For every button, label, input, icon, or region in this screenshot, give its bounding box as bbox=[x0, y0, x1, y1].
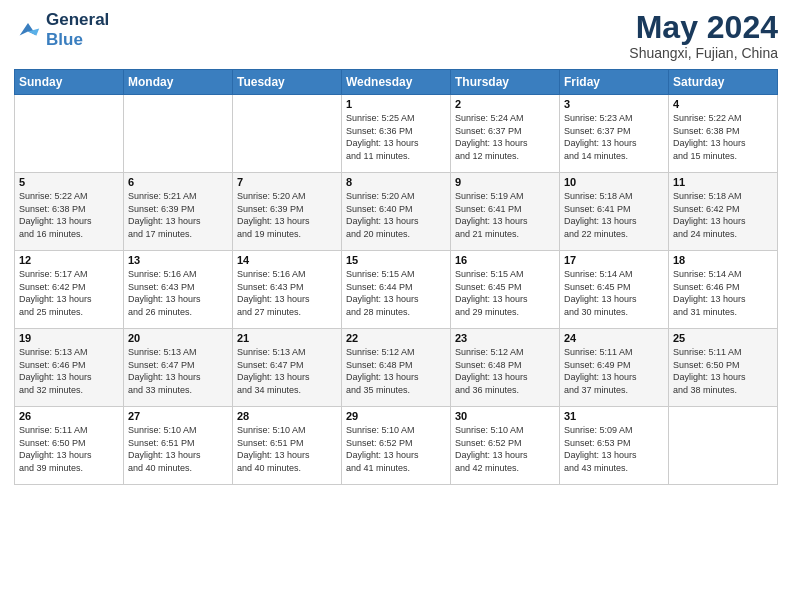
calendar-week-2: 5Sunrise: 5:22 AM Sunset: 6:38 PM Daylig… bbox=[15, 173, 778, 251]
calendar-week-5: 26Sunrise: 5:11 AM Sunset: 6:50 PM Dayli… bbox=[15, 407, 778, 485]
calendar-cell: 31Sunrise: 5:09 AM Sunset: 6:53 PM Dayli… bbox=[560, 407, 669, 485]
title-block: May 2024 Shuangxi, Fujian, China bbox=[629, 10, 778, 61]
day-info: Sunrise: 5:20 AM Sunset: 6:40 PM Dayligh… bbox=[346, 190, 446, 240]
calendar-cell: 18Sunrise: 5:14 AM Sunset: 6:46 PM Dayli… bbox=[669, 251, 778, 329]
day-number: 3 bbox=[564, 98, 664, 110]
calendar-cell: 30Sunrise: 5:10 AM Sunset: 6:52 PM Dayli… bbox=[451, 407, 560, 485]
calendar-table: Sunday Monday Tuesday Wednesday Thursday… bbox=[14, 69, 778, 485]
day-info: Sunrise: 5:16 AM Sunset: 6:43 PM Dayligh… bbox=[128, 268, 228, 318]
day-number: 6 bbox=[128, 176, 228, 188]
day-info: Sunrise: 5:16 AM Sunset: 6:43 PM Dayligh… bbox=[237, 268, 337, 318]
day-info: Sunrise: 5:13 AM Sunset: 6:47 PM Dayligh… bbox=[237, 346, 337, 396]
day-number: 16 bbox=[455, 254, 555, 266]
col-saturday: Saturday bbox=[669, 70, 778, 95]
day-info: Sunrise: 5:10 AM Sunset: 6:51 PM Dayligh… bbox=[128, 424, 228, 474]
calendar-week-3: 12Sunrise: 5:17 AM Sunset: 6:42 PM Dayli… bbox=[15, 251, 778, 329]
header: General Blue May 2024 Shuangxi, Fujian, … bbox=[14, 10, 778, 61]
day-number: 17 bbox=[564, 254, 664, 266]
calendar-cell: 13Sunrise: 5:16 AM Sunset: 6:43 PM Dayli… bbox=[124, 251, 233, 329]
calendar-cell: 21Sunrise: 5:13 AM Sunset: 6:47 PM Dayli… bbox=[233, 329, 342, 407]
calendar-cell bbox=[124, 95, 233, 173]
calendar-cell: 2Sunrise: 5:24 AM Sunset: 6:37 PM Daylig… bbox=[451, 95, 560, 173]
day-number: 21 bbox=[237, 332, 337, 344]
calendar-cell: 19Sunrise: 5:13 AM Sunset: 6:46 PM Dayli… bbox=[15, 329, 124, 407]
day-info: Sunrise: 5:15 AM Sunset: 6:45 PM Dayligh… bbox=[455, 268, 555, 318]
day-number: 5 bbox=[19, 176, 119, 188]
day-info: Sunrise: 5:09 AM Sunset: 6:53 PM Dayligh… bbox=[564, 424, 664, 474]
day-number: 4 bbox=[673, 98, 773, 110]
col-tuesday: Tuesday bbox=[233, 70, 342, 95]
col-monday: Monday bbox=[124, 70, 233, 95]
day-info: Sunrise: 5:19 AM Sunset: 6:41 PM Dayligh… bbox=[455, 190, 555, 240]
calendar-cell: 3Sunrise: 5:23 AM Sunset: 6:37 PM Daylig… bbox=[560, 95, 669, 173]
day-info: Sunrise: 5:10 AM Sunset: 6:51 PM Dayligh… bbox=[237, 424, 337, 474]
day-number: 20 bbox=[128, 332, 228, 344]
logo: General Blue bbox=[14, 10, 109, 49]
calendar-cell: 23Sunrise: 5:12 AM Sunset: 6:48 PM Dayli… bbox=[451, 329, 560, 407]
calendar-cell: 25Sunrise: 5:11 AM Sunset: 6:50 PM Dayli… bbox=[669, 329, 778, 407]
logo-text: General Blue bbox=[46, 10, 109, 49]
day-number: 22 bbox=[346, 332, 446, 344]
day-info: Sunrise: 5:24 AM Sunset: 6:37 PM Dayligh… bbox=[455, 112, 555, 162]
day-info: Sunrise: 5:12 AM Sunset: 6:48 PM Dayligh… bbox=[346, 346, 446, 396]
day-info: Sunrise: 5:13 AM Sunset: 6:47 PM Dayligh… bbox=[128, 346, 228, 396]
calendar-cell bbox=[233, 95, 342, 173]
day-number: 8 bbox=[346, 176, 446, 188]
col-friday: Friday bbox=[560, 70, 669, 95]
calendar-cell: 11Sunrise: 5:18 AM Sunset: 6:42 PM Dayli… bbox=[669, 173, 778, 251]
logo-bird-icon bbox=[14, 16, 42, 44]
calendar-cell: 17Sunrise: 5:14 AM Sunset: 6:45 PM Dayli… bbox=[560, 251, 669, 329]
calendar-cell: 6Sunrise: 5:21 AM Sunset: 6:39 PM Daylig… bbox=[124, 173, 233, 251]
day-info: Sunrise: 5:15 AM Sunset: 6:44 PM Dayligh… bbox=[346, 268, 446, 318]
calendar-cell: 20Sunrise: 5:13 AM Sunset: 6:47 PM Dayli… bbox=[124, 329, 233, 407]
day-number: 28 bbox=[237, 410, 337, 422]
day-info: Sunrise: 5:23 AM Sunset: 6:37 PM Dayligh… bbox=[564, 112, 664, 162]
day-info: Sunrise: 5:10 AM Sunset: 6:52 PM Dayligh… bbox=[346, 424, 446, 474]
day-number: 30 bbox=[455, 410, 555, 422]
day-number: 10 bbox=[564, 176, 664, 188]
calendar-cell: 14Sunrise: 5:16 AM Sunset: 6:43 PM Dayli… bbox=[233, 251, 342, 329]
calendar-cell: 29Sunrise: 5:10 AM Sunset: 6:52 PM Dayli… bbox=[342, 407, 451, 485]
day-number: 2 bbox=[455, 98, 555, 110]
day-number: 25 bbox=[673, 332, 773, 344]
calendar-cell: 26Sunrise: 5:11 AM Sunset: 6:50 PM Dayli… bbox=[15, 407, 124, 485]
day-number: 24 bbox=[564, 332, 664, 344]
calendar-cell bbox=[669, 407, 778, 485]
calendar-subtitle: Shuangxi, Fujian, China bbox=[629, 45, 778, 61]
calendar-cell: 27Sunrise: 5:10 AM Sunset: 6:51 PM Dayli… bbox=[124, 407, 233, 485]
col-thursday: Thursday bbox=[451, 70, 560, 95]
day-info: Sunrise: 5:18 AM Sunset: 6:42 PM Dayligh… bbox=[673, 190, 773, 240]
day-info: Sunrise: 5:22 AM Sunset: 6:38 PM Dayligh… bbox=[673, 112, 773, 162]
calendar-cell: 24Sunrise: 5:11 AM Sunset: 6:49 PM Dayli… bbox=[560, 329, 669, 407]
page: General Blue May 2024 Shuangxi, Fujian, … bbox=[0, 0, 792, 612]
day-info: Sunrise: 5:13 AM Sunset: 6:46 PM Dayligh… bbox=[19, 346, 119, 396]
header-row: Sunday Monday Tuesday Wednesday Thursday… bbox=[15, 70, 778, 95]
calendar-week-4: 19Sunrise: 5:13 AM Sunset: 6:46 PM Dayli… bbox=[15, 329, 778, 407]
calendar-cell: 10Sunrise: 5:18 AM Sunset: 6:41 PM Dayli… bbox=[560, 173, 669, 251]
day-number: 18 bbox=[673, 254, 773, 266]
calendar-cell: 5Sunrise: 5:22 AM Sunset: 6:38 PM Daylig… bbox=[15, 173, 124, 251]
calendar-cell: 8Sunrise: 5:20 AM Sunset: 6:40 PM Daylig… bbox=[342, 173, 451, 251]
calendar-cell: 4Sunrise: 5:22 AM Sunset: 6:38 PM Daylig… bbox=[669, 95, 778, 173]
calendar-cell: 22Sunrise: 5:12 AM Sunset: 6:48 PM Dayli… bbox=[342, 329, 451, 407]
calendar-cell: 7Sunrise: 5:20 AM Sunset: 6:39 PM Daylig… bbox=[233, 173, 342, 251]
day-number: 26 bbox=[19, 410, 119, 422]
day-number: 1 bbox=[346, 98, 446, 110]
col-sunday: Sunday bbox=[15, 70, 124, 95]
day-number: 14 bbox=[237, 254, 337, 266]
day-info: Sunrise: 5:10 AM Sunset: 6:52 PM Dayligh… bbox=[455, 424, 555, 474]
day-info: Sunrise: 5:25 AM Sunset: 6:36 PM Dayligh… bbox=[346, 112, 446, 162]
calendar-title: May 2024 bbox=[629, 10, 778, 45]
day-number: 27 bbox=[128, 410, 228, 422]
calendar-cell: 15Sunrise: 5:15 AM Sunset: 6:44 PM Dayli… bbox=[342, 251, 451, 329]
day-info: Sunrise: 5:11 AM Sunset: 6:50 PM Dayligh… bbox=[673, 346, 773, 396]
calendar-cell: 28Sunrise: 5:10 AM Sunset: 6:51 PM Dayli… bbox=[233, 407, 342, 485]
calendar-week-1: 1Sunrise: 5:25 AM Sunset: 6:36 PM Daylig… bbox=[15, 95, 778, 173]
calendar-cell: 1Sunrise: 5:25 AM Sunset: 6:36 PM Daylig… bbox=[342, 95, 451, 173]
day-number: 31 bbox=[564, 410, 664, 422]
day-number: 7 bbox=[237, 176, 337, 188]
col-wednesday: Wednesday bbox=[342, 70, 451, 95]
day-info: Sunrise: 5:20 AM Sunset: 6:39 PM Dayligh… bbox=[237, 190, 337, 240]
day-info: Sunrise: 5:14 AM Sunset: 6:45 PM Dayligh… bbox=[564, 268, 664, 318]
day-number: 29 bbox=[346, 410, 446, 422]
